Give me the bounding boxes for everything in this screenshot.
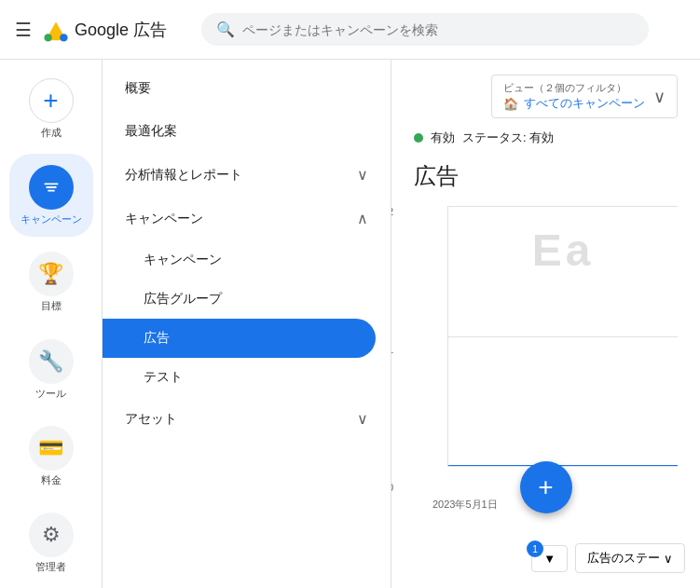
view-dropdown-value: 🏠 すべてのキャンペーン — [503, 95, 650, 112]
nav-sub-item-tests[interactable]: テスト — [103, 358, 391, 397]
chart-y-labels: 2 1 0 — [391, 206, 393, 493]
nav-sidebar: 概要 最適化案 分析情報とレポート ∨ キャンペーン ∧ キャンペーン 広告グル… — [103, 60, 391, 588]
nav-item-assets[interactable]: アセット ∨ — [103, 397, 391, 441]
menu-icon[interactable]: ☰ — [15, 19, 32, 41]
y-label-0: 0 — [391, 482, 393, 493]
home-icon: 🏠 — [503, 97, 518, 111]
google-ads-logo-icon — [43, 17, 69, 43]
status-dot — [414, 133, 423, 143]
gridline-mid — [448, 336, 678, 337]
filter-icon: ▼ — [543, 552, 556, 566]
fab-icon: + — [538, 472, 553, 502]
view-dropdown-title: ビュー（２個のフィルタ） — [503, 81, 650, 95]
sidebar-item-campaigns-label: キャンペーン — [21, 213, 82, 226]
nav-sub-item-ads[interactable]: 広告 — [103, 319, 376, 358]
nav-sub-item-campaigns[interactable]: キャンペーン — [103, 240, 391, 280]
sidebar-item-goals-label: 目標 — [41, 300, 62, 312]
nav-item-campaigns-section[interactable]: キャンペーン ∧ — [103, 197, 391, 240]
sidebar-item-billing-label: 料金 — [41, 474, 62, 486]
search-input[interactable] — [242, 22, 634, 37]
create-icon: + — [29, 78, 74, 123]
status-dropdown[interactable]: 広告のステー ∨ — [575, 543, 685, 573]
search-bar[interactable]: 🔍 — [201, 13, 649, 46]
fab-button[interactable]: + — [520, 461, 572, 513]
gridline-top — [448, 206, 678, 207]
sidebar-item-create-label: 作成 — [41, 127, 62, 139]
goals-icon: 🏆 — [29, 252, 74, 296]
svg-point-1 — [44, 34, 51, 41]
chart-area: Ea — [447, 206, 678, 467]
logo-text: Google 広告 — [75, 19, 167, 41]
status-active-text: 有効 — [431, 130, 455, 146]
analytics-chevron-icon: ∨ — [357, 166, 368, 184]
sidebar-item-goals[interactable]: 🏆 目標 — [9, 240, 93, 323]
filter-badge: 1 — [527, 540, 543, 557]
header-left: ☰ Google 広告 — [15, 17, 201, 43]
view-dropdown[interactable]: ビュー（２個のフィルタ） 🏠 すべてのキャンペーン ∨ — [491, 75, 678, 118]
page-title: 広告 — [414, 161, 678, 191]
filter-button[interactable]: 1 ▼ — [531, 545, 568, 572]
sidebar-item-tools-label: ツール — [35, 388, 66, 400]
chart-data-line — [448, 465, 678, 466]
view-selector: ビュー（２個のフィルタ） 🏠 すべてのキャンペーン ∨ — [414, 75, 678, 118]
bottom-toolbar: 1 ▼ 広告のステー ∨ — [531, 543, 685, 573]
tools-icon: 🔧 — [29, 339, 74, 384]
sidebar-item-campaigns[interactable]: キャンペーン — [9, 154, 93, 237]
search-icon: 🔍 — [216, 21, 235, 38]
campaigns-icon — [29, 165, 74, 210]
svg-point-2 — [60, 34, 67, 41]
status-row: 有効 ステータス: 有効 — [414, 130, 678, 146]
campaigns-section-chevron-icon: ∧ — [357, 210, 368, 227]
status-dropdown-label: 広告のステー — [587, 550, 660, 567]
assets-chevron-icon: ∨ — [357, 410, 368, 428]
nav-item-analytics[interactable]: 分析情報とレポート ∨ — [103, 153, 391, 197]
main-layout: + 作成 キャンペーン 🏆 目標 🔧 ツール 💳 料金 — [0, 60, 700, 588]
sidebar-item-billing[interactable]: 💳 料金 — [9, 415, 93, 498]
view-dropdown-inner: ビュー（２個のフィルタ） 🏠 すべてのキャンペーン — [503, 81, 650, 112]
nav-sub-item-adgroups[interactable]: 広告グループ — [103, 280, 391, 319]
nav-item-optimization[interactable]: 最適化案 — [103, 110, 391, 153]
chart-container: 2 1 0 Ea 2023年5月1日 — [414, 206, 678, 493]
google-ads-logo: Google 広告 — [43, 17, 167, 43]
header: ☰ Google 広告 🔍 — [0, 0, 700, 60]
ea-chart-label: Ea — [532, 225, 595, 276]
billing-icon: 💳 — [29, 426, 74, 471]
icon-sidebar: + 作成 キャンペーン 🏆 目標 🔧 ツール 💳 料金 — [0, 60, 103, 588]
y-label-1: 1 — [391, 344, 393, 355]
content-area: ビュー（２個のフィルタ） 🏠 すべてのキャンペーン ∨ 有効 ステータス: 有効… — [391, 60, 700, 588]
admin-icon: ⚙ — [29, 513, 74, 557]
sidebar-item-create[interactable]: + 作成 — [9, 67, 93, 150]
status-label-text: ステータス: 有効 — [462, 130, 554, 146]
status-dropdown-arrow-icon: ∨ — [664, 552, 673, 566]
y-label-2: 2 — [391, 206, 393, 217]
sidebar-item-tools[interactable]: 🔧 ツール — [9, 328, 93, 411]
dropdown-arrow-icon: ∨ — [653, 87, 666, 107]
nav-item-overview[interactable]: 概要 — [103, 67, 391, 110]
sidebar-item-admin-label: 管理者 — [35, 561, 66, 573]
chart-x-label: 2023年5月1日 — [432, 498, 498, 512]
sidebar-item-admin[interactable]: ⚙ 管理者 — [9, 501, 93, 584]
